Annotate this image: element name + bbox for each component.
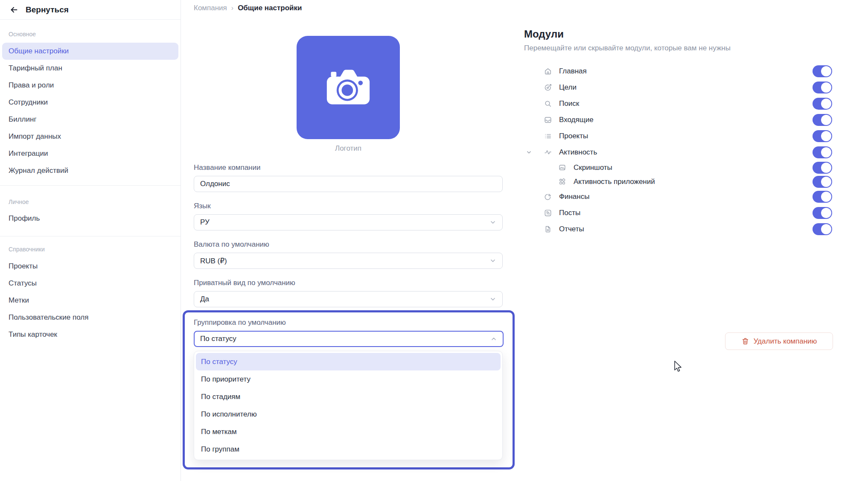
- company-settings-form: Название компании Язык РУ Валюта по умол…: [194, 163, 503, 317]
- module-label: Главная: [559, 67, 587, 76]
- dropdown-option-by-assignee[interactable]: По исполнителю: [196, 405, 501, 423]
- search-icon: [544, 99, 552, 108]
- sidebar-item-tariff-plan[interactable]: Тарифный план: [2, 60, 178, 77]
- activity-icon: [544, 148, 552, 157]
- section-label: Личное: [0, 198, 181, 205]
- sidebar-section-directories: Справочники Проекты Статусы Метки Пользо…: [0, 236, 181, 352]
- company-logo-upload[interactable]: [297, 36, 400, 139]
- logo-caption: Логотип: [297, 144, 400, 153]
- module-toggle-posts[interactable]: [813, 207, 832, 219]
- sidebar-item-custom-fields[interactable]: Пользовательские поля: [2, 309, 178, 326]
- grouping-field-focus-outline: Группировка по умолчанию По статусу По с…: [183, 310, 515, 469]
- back-label: Вернуться: [26, 5, 69, 15]
- mouse-cursor: [673, 361, 684, 373]
- module-toggle-activity[interactable]: [813, 146, 832, 158]
- grouping-value: По статусу: [200, 335, 236, 343]
- module-toggle-app-activity[interactable]: [813, 176, 832, 188]
- sidebar-item-integrations[interactable]: Интеграции: [2, 145, 178, 162]
- sidebar-item-projects[interactable]: Проекты: [2, 258, 178, 275]
- chevron-down-icon[interactable]: [526, 149, 532, 156]
- module-toggle-search[interactable]: [813, 98, 832, 110]
- module-row-app-activity: Активность приложений: [524, 175, 832, 189]
- trash-icon: [741, 337, 749, 345]
- private-view-value: Да: [200, 295, 209, 303]
- module-toggle-projects[interactable]: [813, 130, 832, 142]
- dropdown-option-by-priority[interactable]: По приоритету: [196, 370, 501, 388]
- module-list: Главная Цели Поиск: [524, 63, 832, 237]
- section-label: Основное: [0, 31, 181, 38]
- module-label: Финансы: [559, 192, 589, 201]
- language-select[interactable]: РУ: [194, 214, 503, 230]
- module-toggle-inbox[interactable]: [813, 114, 832, 126]
- module-row-posts: Посты: [524, 205, 832, 221]
- sidebar-item-tags[interactable]: Метки: [2, 292, 178, 309]
- module-label: Активность приложений: [574, 178, 655, 186]
- settings-sidebar: Вернуться Основное Общие настройки Тариф…: [0, 0, 181, 481]
- camera-icon: [321, 60, 376, 115]
- pie-chart-icon: [544, 192, 552, 201]
- sidebar-item-rights-roles[interactable]: Права и роли: [2, 77, 178, 94]
- currency-label: Валюта по умолчанию: [194, 240, 503, 249]
- grouping-select[interactable]: По статусу: [194, 331, 504, 347]
- language-label: Язык: [194, 202, 503, 210]
- module-toggle-screenshots[interactable]: [813, 162, 832, 174]
- sidebar-section-main: Основное Общие настройки Тарифный план П…: [0, 20, 181, 186]
- module-row-finance: Финансы: [524, 189, 832, 205]
- module-label: Входящие: [559, 116, 594, 124]
- modules-title: Модули: [524, 28, 832, 40]
- sidebar-item-profile[interactable]: Профиль: [2, 210, 178, 227]
- module-label: Поиск: [559, 99, 579, 108]
- currency-value: RUB (₽): [200, 257, 227, 265]
- target-icon: [544, 83, 552, 92]
- chevron-up-icon: [490, 335, 497, 342]
- chevron-down-icon: [489, 219, 496, 226]
- modules-panel: Модули Перемещайте или скрывайте модули,…: [524, 28, 832, 237]
- module-label: Посты: [559, 209, 580, 217]
- module-toggle-finance[interactable]: [813, 191, 832, 203]
- company-name-input[interactable]: [194, 176, 503, 192]
- sidebar-item-data-import[interactable]: Импорт данных: [2, 128, 178, 145]
- module-row-goals: Цели: [524, 79, 832, 96]
- company-name-label: Название компании: [194, 163, 503, 172]
- section-label: Справочники: [0, 246, 181, 253]
- home-icon: [544, 67, 552, 76]
- sidebar-section-personal: Личное Профиль: [0, 186, 181, 236]
- sidebar-item-action-log[interactable]: Журнал действий: [2, 162, 178, 179]
- dropdown-option-by-stage[interactable]: По стадиям: [196, 388, 501, 405]
- module-label: Проекты: [559, 132, 588, 140]
- back-button[interactable]: Вернуться: [0, 0, 181, 20]
- grouping-label: Группировка по умолчанию: [194, 318, 504, 327]
- sidebar-item-employees[interactable]: Сотрудники: [2, 94, 178, 111]
- apps-icon: [558, 178, 567, 186]
- private-view-label: Приватный вид по умолчанию: [194, 279, 503, 287]
- dropdown-option-by-groups[interactable]: По группам: [196, 440, 501, 458]
- module-label: Активность: [559, 148, 597, 157]
- module-toggle-goals[interactable]: [813, 82, 832, 93]
- chevron-down-icon: [489, 296, 496, 303]
- delete-company-button[interactable]: Удалить компанию: [725, 332, 833, 350]
- chevron-down-icon: [489, 257, 496, 264]
- sidebar-item-card-types[interactable]: Типы карточек: [2, 326, 178, 343]
- sidebar-item-statuses[interactable]: Статусы: [2, 275, 178, 292]
- list-icon: [544, 132, 552, 140]
- module-row-activity: Активность: [524, 144, 832, 160]
- arrow-left-icon: [9, 5, 19, 15]
- module-row-projects: Проекты: [524, 128, 832, 144]
- breadcrumb-current: Общие настройки: [238, 4, 302, 12]
- module-label: Отчеты: [559, 225, 584, 233]
- currency-select[interactable]: RUB (₽): [194, 253, 503, 269]
- module-row-search: Поиск: [524, 96, 832, 112]
- breadcrumb-company[interactable]: Компания: [194, 4, 227, 12]
- module-row-reports: Отчеты: [524, 221, 832, 237]
- dropdown-option-by-tags[interactable]: По меткам: [196, 423, 501, 440]
- inbox-icon: [544, 116, 552, 124]
- sidebar-item-general-settings[interactable]: Общие настройки: [2, 43, 178, 60]
- language-value: РУ: [200, 218, 210, 227]
- dropdown-option-by-status[interactable]: По статусу: [196, 353, 501, 370]
- module-toggle-reports[interactable]: [813, 223, 832, 235]
- rss-icon: [544, 209, 552, 217]
- module-row-home: Главная: [524, 63, 832, 79]
- private-view-select[interactable]: Да: [194, 291, 503, 307]
- module-toggle-home[interactable]: [813, 65, 832, 77]
- sidebar-item-billing[interactable]: Биллинг: [2, 111, 178, 128]
